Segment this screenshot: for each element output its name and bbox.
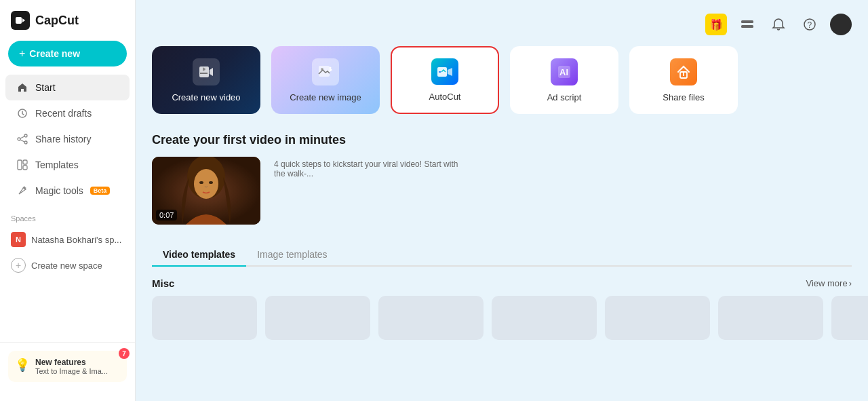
- svg-line-7: [20, 140, 24, 142]
- svg-point-20: [330, 66, 332, 69]
- template-card-3[interactable]: [378, 296, 484, 340]
- help-button[interactable]: ?: [799, 14, 821, 35]
- sidebar-item-magic-tools[interactable]: Magic tools Beta: [5, 178, 130, 204]
- cards-button[interactable]: [736, 14, 758, 35]
- sidebar-label-start: Start: [35, 82, 56, 93]
- beta-badge: Beta: [90, 187, 111, 195]
- user-avatar[interactable]: [830, 14, 852, 35]
- create-space-icon: +: [11, 258, 26, 273]
- create-space-item[interactable]: + Create new space: [0, 252, 135, 278]
- chevron-right-icon: ›: [849, 278, 852, 288]
- share-icon: [16, 133, 28, 145]
- svg-point-5: [24, 141, 27, 144]
- sidebar-bottom: 💡 New features Text to Image & Ima... 7: [0, 342, 135, 390]
- sidebar-item-start[interactable]: Start: [5, 75, 130, 100]
- logo: CapCut: [0, 11, 135, 41]
- autocut-label: AutoCut: [429, 92, 461, 102]
- tab-image-templates[interactable]: Image templates: [246, 244, 338, 267]
- svg-marker-1: [22, 18, 25, 22]
- templates-icon: [16, 159, 28, 171]
- lightbulb-icon: 💡: [15, 358, 30, 373]
- app-name: CapCut: [35, 14, 79, 28]
- home-icon: [16, 81, 28, 94]
- svg-text:?: ?: [808, 20, 812, 30]
- create-new-button[interactable]: + Create new: [8, 41, 127, 66]
- svg-point-4: [18, 138, 20, 140]
- adscript-card[interactable]: AI Ad script: [510, 46, 618, 114]
- svg-rect-8: [18, 160, 22, 170]
- autocut-card[interactable]: AutoCut: [391, 46, 499, 114]
- logo-icon: [11, 11, 30, 30]
- promo-section-title: Create your first video in minutes: [152, 133, 852, 147]
- templates-tabs: Video templates Image templates: [152, 244, 852, 267]
- sidebar-item-templates[interactable]: Templates: [5, 152, 130, 178]
- bell-button[interactable]: [768, 14, 789, 35]
- new-features-box[interactable]: 💡 New features Text to Image & Ima... 7: [8, 351, 127, 382]
- template-card-6[interactable]: [718, 296, 823, 340]
- video-desc-text: 4 quick steps to kickstart your viral vi…: [274, 159, 464, 178]
- sidebar-label-templates: Templates: [35, 159, 79, 170]
- sharefiles-card[interactable]: Share files: [629, 46, 738, 114]
- template-cards-row: [152, 296, 852, 340]
- misc-label: Misc: [152, 278, 174, 289]
- sharefiles-label: Share files: [663, 92, 704, 102]
- spaces-label: Spaces: [0, 204, 135, 227]
- image-card-icon: [312, 58, 339, 85]
- svg-rect-10: [23, 166, 27, 170]
- new-features-content: New features Text to Image & Ima...: [35, 358, 108, 375]
- svg-rect-11: [741, 20, 753, 23]
- adscript-icon: AI: [551, 58, 578, 85]
- template-card-2[interactable]: [265, 296, 370, 340]
- create-video-label: Create new video: [172, 92, 240, 102]
- svg-line-6: [20, 136, 24, 138]
- template-card-4[interactable]: [492, 296, 597, 340]
- clock-icon: [16, 107, 28, 119]
- svg-point-3: [24, 134, 27, 137]
- quick-actions: Create new video Create new image: [152, 46, 852, 114]
- svg-rect-12: [741, 25, 753, 28]
- svg-text:AI: AI: [559, 67, 568, 77]
- new-features-title: New features: [35, 358, 108, 367]
- space-avatar: N: [11, 232, 26, 247]
- svg-rect-9: [23, 160, 27, 164]
- sidebar-label-magic-tools: Magic tools: [35, 185, 83, 196]
- sharefiles-icon: [670, 58, 697, 85]
- autocut-icon: [431, 58, 458, 85]
- video-preview-row: 0:07 4 quick steps to kickstart your vir…: [152, 157, 852, 225]
- misc-row: Misc View more ›: [152, 278, 852, 289]
- magic-icon: [16, 185, 28, 197]
- tab-video-templates[interactable]: Video templates: [152, 244, 246, 267]
- sidebar-item-recent-drafts[interactable]: Recent drafts: [5, 100, 130, 126]
- sidebar-label-recent-drafts: Recent drafts: [35, 108, 92, 119]
- template-card-7[interactable]: [831, 296, 868, 340]
- space-item-natasha[interactable]: N Natasha Bokhari's sp...: [0, 227, 135, 252]
- template-card-1[interactable]: [152, 296, 257, 340]
- sidebar: CapCut + Create new Start Recent drafts: [0, 0, 136, 401]
- new-features-badge: 7: [119, 348, 130, 359]
- plus-icon: +: [19, 47, 25, 60]
- new-features-sub: Text to Image & Ima...: [35, 367, 108, 375]
- create-new-label: Create new: [29, 48, 80, 59]
- gift-button[interactable]: 🎁: [705, 14, 727, 35]
- view-more-button[interactable]: View more ›: [806, 278, 852, 288]
- create-image-label: Create new image: [290, 92, 361, 102]
- video-duration: 0:07: [156, 210, 177, 221]
- template-card-5[interactable]: [605, 296, 710, 340]
- create-image-card[interactable]: Create new image: [271, 46, 380, 114]
- create-video-card[interactable]: Create new video: [152, 46, 260, 114]
- space-name: Natasha Bokhari's sp...: [31, 235, 121, 245]
- adscript-label: Ad script: [547, 92, 582, 102]
- gift-icon: 🎁: [705, 14, 727, 35]
- create-space-label: Create new space: [31, 261, 102, 271]
- video-description: 4 quick steps to kickstart your viral vi…: [274, 157, 464, 178]
- templates-section: Video templates Image templates Misc Vie…: [152, 244, 852, 340]
- header-bar: 🎁 ?: [152, 14, 852, 35]
- sidebar-item-share-history[interactable]: Share history: [5, 126, 130, 152]
- video-card-icon: [193, 58, 220, 85]
- main-content: 🎁 ?: [136, 0, 868, 401]
- video-thumbnail[interactable]: 0:07: [152, 157, 260, 225]
- svg-rect-0: [16, 17, 22, 24]
- sidebar-label-share-history: Share history: [35, 134, 91, 145]
